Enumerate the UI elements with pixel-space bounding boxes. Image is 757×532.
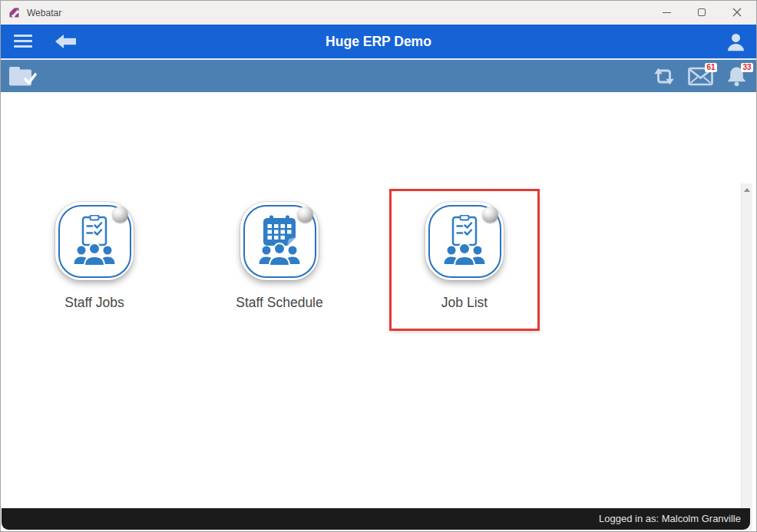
minimize-button[interactable] (649, 1, 684, 24)
app-window: Webatar Huge ERP Demo (0, 0, 757, 532)
toolbar: 61 33 (1, 58, 756, 92)
maximize-icon (698, 8, 706, 16)
tile-sphere-icon (112, 207, 128, 223)
mail-badge: 61 (705, 63, 717, 72)
toolbar-actions: 61 33 (650, 60, 750, 92)
main-content: Staff Jobs (1, 92, 756, 531)
folder-button[interactable] (7, 64, 39, 88)
tile-sphere-icon (482, 207, 498, 223)
tile-icon-container (55, 202, 134, 280)
maximize-button[interactable] (684, 1, 719, 24)
close-button[interactable] (719, 1, 755, 24)
app-title: Webatar (27, 8, 61, 18)
notifications-badge: 33 (741, 63, 753, 72)
repeat-icon (653, 66, 676, 87)
app-tiles: Staff Jobs (21, 191, 537, 329)
scroll-up-button[interactable] (742, 184, 752, 196)
scroll-up-icon (744, 188, 750, 192)
clipboard-people-icon (440, 215, 489, 267)
tile-sphere-icon (297, 207, 313, 223)
user-icon (728, 34, 744, 51)
folder-check-icon (9, 67, 35, 86)
tile-icon-container (240, 202, 319, 280)
tile-staff-schedule[interactable]: Staff Schedule (207, 191, 352, 329)
vertical-scrollbar[interactable] (741, 183, 752, 532)
app-header: Huge ERP Demo (1, 25, 756, 58)
notifications-button[interactable]: 33 (722, 62, 750, 90)
mail-button[interactable]: 61 (686, 62, 714, 90)
minimize-icon (663, 12, 671, 13)
logged-in-status: Logged in as: Malcolm Granville (599, 513, 741, 524)
tile-icon-container (425, 202, 504, 280)
refresh-button[interactable] (650, 62, 678, 90)
close-icon (732, 8, 742, 17)
tile-label: Job List (441, 295, 488, 311)
webatar-logo-icon (8, 6, 21, 19)
clipboard-people-icon (70, 215, 119, 267)
titlebar: Webatar (1, 1, 756, 25)
status-bar: Logged in as: Malcolm Granville (2, 508, 750, 530)
tile-label: Staff Schedule (236, 295, 323, 311)
page-title: Huge ERP Demo (1, 25, 756, 58)
tile-label: Staff Jobs (64, 295, 124, 311)
window-controls (649, 1, 755, 24)
tile-job-list[interactable]: Job List (392, 191, 537, 329)
user-button[interactable] (726, 31, 746, 52)
calendar-people-icon (255, 215, 304, 267)
tile-staff-jobs[interactable]: Staff Jobs (21, 191, 167, 329)
